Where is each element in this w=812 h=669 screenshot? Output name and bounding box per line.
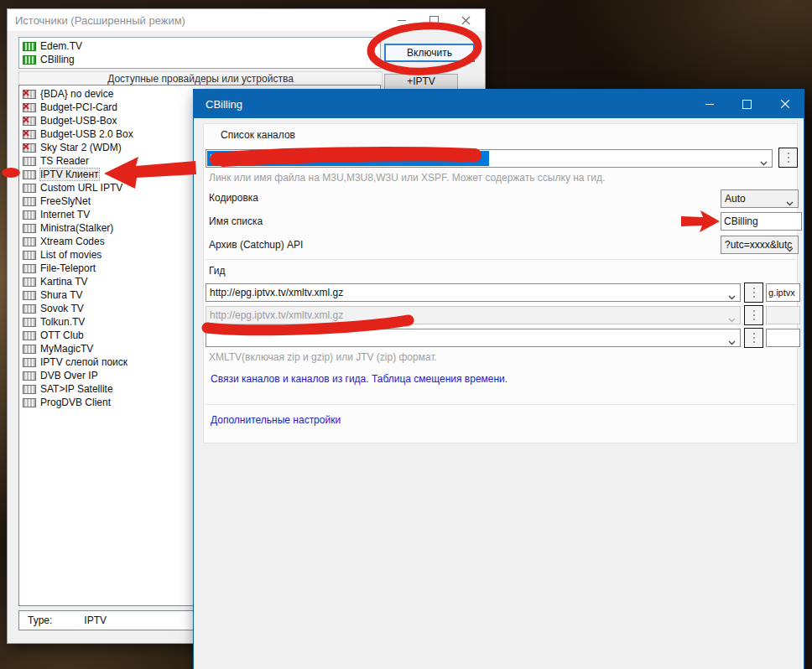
dots-icon <box>788 157 789 158</box>
channel-list-url-combo[interactable]: http:// <box>206 149 773 168</box>
browse-button[interactable] <box>778 148 798 168</box>
provider-label: Xtream Codes <box>40 236 105 247</box>
screen: Источники (Расширенный режим) Edem.TV CB <box>0 0 812 669</box>
tuner-icon <box>23 184 36 193</box>
tuner-icon <box>23 103 36 112</box>
settings-panel: Список каналов http:// Линк или имя файл… <box>203 123 798 443</box>
catchup-value: ?utc=xxxx&lutc <box>725 239 792 251</box>
advanced-settings-link[interactable]: Дополнительные настройки <box>211 414 341 426</box>
provider-label: FreeSlyNet <box>40 195 91 207</box>
tuner-icon <box>23 210 36 220</box>
tuner-icon <box>23 143 36 153</box>
encoding-value: Auto <box>725 193 746 205</box>
dots-icon <box>753 292 755 293</box>
active-sources-list[interactable]: Edem.TV CBilling <box>18 37 381 69</box>
guide-url-combo-3[interactable] <box>206 329 741 347</box>
provider-label: Budget-USB-Box <box>40 115 117 127</box>
minimize-icon[interactable] <box>690 90 728 118</box>
guide-url-1: http://epg.iptvx.tv/xmltv.xml.gz <box>210 287 343 298</box>
dots-icon <box>753 337 755 339</box>
maximize-icon[interactable] <box>728 90 766 118</box>
section-divider <box>206 259 796 260</box>
tuner-icon <box>23 42 36 51</box>
browse-button[interactable] <box>744 328 763 348</box>
minimize-icon[interactable] <box>386 9 418 31</box>
provider-label: {BDA} no device <box>40 88 113 100</box>
catchup-label: Архив (Catchup) API <box>209 239 303 251</box>
tuner-icon <box>23 358 36 367</box>
channel-list-group-label: Список каналов <box>221 129 295 141</box>
browse-button[interactable] <box>744 305 763 325</box>
encoding-combo[interactable]: Auto <box>721 189 799 208</box>
guide-url-combo-1[interactable]: http://epg.iptvx.tv/xmltv.xml.gz <box>206 283 741 302</box>
tuner-icon <box>23 157 36 166</box>
provider-label: IPTV Клиент <box>40 169 99 180</box>
catchup-combo[interactable]: ?utc=xxxx&lutc <box>721 236 799 254</box>
provider-label: File-Teleport <box>40 262 96 274</box>
sources-titlebar: Источники (Расширенный режим) <box>8 9 485 31</box>
provider-label: Shura TV <box>40 289 82 301</box>
provider-label: OTT Club <box>40 329 84 341</box>
guide-url-combo-2[interactable]: http://epg.iptvx.tv/xmltv.xml.gz <box>206 306 741 324</box>
dialog-title: CBilling <box>194 98 242 111</box>
maximize-icon[interactable] <box>418 9 450 31</box>
active-source-row[interactable]: CBilling <box>19 53 380 66</box>
tuner-icon <box>23 304 36 314</box>
dots-icon <box>753 314 755 316</box>
sources-window-title: Источники (Расширенный режим) <box>8 14 185 27</box>
guide-side-field-3[interactable] <box>766 329 800 347</box>
chevron-down-icon <box>786 197 794 208</box>
list-name-label: Имя списка <box>209 215 263 227</box>
tuner-icon <box>23 90 36 99</box>
provider-label: Budget-USB 2.0 Box <box>40 128 133 140</box>
browse-button[interactable] <box>744 283 763 303</box>
guide-group-label: Гид <box>209 265 226 277</box>
chevron-down-icon <box>760 157 768 168</box>
encoding-label: Кодировка <box>209 192 258 204</box>
tuner-icon <box>23 224 36 233</box>
provider-label: Budget-PCI-Card <box>40 101 117 113</box>
provider-label: Sky Star 2 (WDM) <box>40 142 122 153</box>
guide-side-field-2 <box>766 306 800 324</box>
close-icon[interactable] <box>450 9 481 31</box>
tuner-icon <box>23 55 36 65</box>
tuner-icon <box>23 237 36 246</box>
tuner-icon <box>23 197 36 206</box>
active-source-row[interactable]: Edem.TV <box>19 39 380 53</box>
provider-label: MyMagicTV <box>40 343 93 355</box>
chevron-down-icon <box>728 291 736 302</box>
provider-label: Sovok TV <box>40 303 84 314</box>
type-label: Type: <box>28 615 52 626</box>
provider-label: Kartina TV <box>40 276 87 288</box>
type-value: IPTV <box>84 615 107 626</box>
dialog-titlebar: CBilling <box>194 90 804 118</box>
list-name-input[interactable] <box>721 212 802 231</box>
provider-label: Tolkun.TV <box>40 316 85 328</box>
guide-side-field-1[interactable]: g.iptvx <box>766 283 800 302</box>
tuner-icon <box>23 398 36 407</box>
tuner-icon <box>23 251 36 260</box>
close-icon[interactable] <box>766 90 804 118</box>
tuner-icon <box>23 117 36 126</box>
provider-label: ProgDVB Client <box>40 397 111 408</box>
provider-label: TS Reader <box>40 155 89 167</box>
tuner-icon <box>23 331 36 340</box>
selected-url-text: http:// <box>207 151 489 166</box>
channel-links-link[interactable]: Связи каналов и каналов из гида. Таблица… <box>211 373 508 385</box>
chevron-down-icon <box>728 336 736 347</box>
provider-label: Ministra(Stalker) <box>40 222 113 234</box>
tuner-icon <box>23 318 36 327</box>
chevron-down-icon <box>728 314 736 324</box>
provider-label: List of movies <box>40 249 102 261</box>
provider-label: SAT>IP Satellite <box>40 383 113 395</box>
provider-label: DVB Over IP <box>40 370 98 381</box>
enable-button[interactable]: Включить <box>384 44 475 62</box>
tuner-icon <box>23 170 36 179</box>
channel-list-hint: Линк или имя файла на M3U,M3U8,W3U или X… <box>209 172 605 184</box>
guide-url-2: http://epg.iptvx.tv/xmltv.xml.gz <box>210 309 343 321</box>
tuner-icon <box>23 130 36 139</box>
cbilling-dialog: CBilling Список каналов http:// Линк или… <box>193 89 804 669</box>
tuner-icon <box>23 345 36 354</box>
chevron-down-icon <box>786 243 794 254</box>
provider-label: IPTV слепой поиск <box>40 356 128 368</box>
